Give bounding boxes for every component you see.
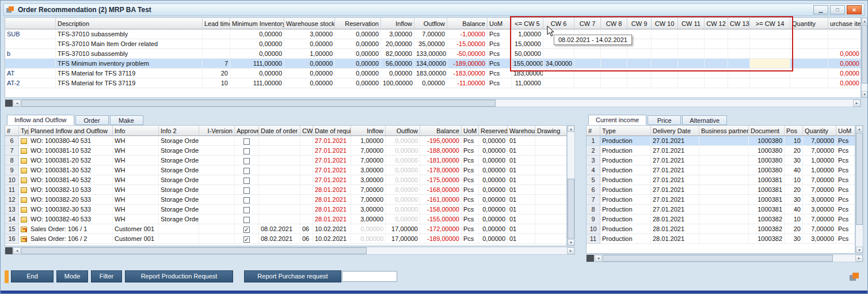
column-header-cw7[interactable]: CW 7	[574, 18, 601, 29]
column-header-inflow[interactable]: Inflow	[351, 126, 386, 136]
scroll-left-button[interactable]: ◂	[13, 100, 21, 107]
table-row[interactable]: 13WO: 1000382-30 533WHStorage Order28.01…	[5, 205, 567, 214]
scroll-right-button[interactable]: ▸	[855, 255, 863, 262]
column-header-balance[interactable]: Balance	[447, 18, 488, 29]
table-row[interactable]: 11WO: 1000382-10 533WHStorage Order28.01…	[5, 185, 567, 195]
approved-checkbox[interactable]	[243, 168, 250, 174]
approved-checkbox-checked[interactable]: ✓	[243, 236, 250, 243]
column-header-outflow[interactable]: Outflow	[386, 126, 420, 136]
column-header-date_of_order[interactable]: Date of order	[259, 126, 300, 136]
column-header-lead_time[interactable]: Lead time	[203, 18, 230, 29]
table-row[interactable]: 4Production27.01.20211000380401,00000Pcs	[587, 165, 855, 175]
mode-button[interactable]: Mode	[56, 270, 88, 282]
approved-checkbox[interactable]	[243, 217, 250, 223]
column-header-icon[interactable]: Typ	[19, 126, 29, 136]
column-header-drawing[interactable]: Drawing	[535, 126, 567, 136]
column-header-date_req[interactable]: Date of requiren	[313, 126, 351, 136]
scroll-right-button[interactable]: ▸	[853, 100, 861, 107]
filter-button[interactable]: Filter	[91, 270, 122, 282]
column-header-num[interactable]: #	[587, 126, 600, 136]
right-table-hscrollbar[interactable]: ◂ ▸	[586, 254, 863, 262]
column-header-partner[interactable]: Business partner	[699, 126, 749, 136]
approved-checkbox-checked[interactable]: ✓	[243, 227, 250, 233]
table-row[interactable]: bTFS-37010 subassembly0,000001,000000,00…	[5, 49, 861, 59]
column-header-cw12[interactable]: CW 12	[705, 18, 728, 29]
approved-checkbox[interactable]	[243, 158, 250, 164]
approved-checkbox[interactable]	[243, 148, 250, 154]
table-row[interactable]: 16Sales Order: 106 / 2Customer 001✓08.02…	[5, 234, 567, 244]
column-header-cw[interactable]: CW	[300, 126, 313, 136]
scroll-right-button[interactable]: ▸	[567, 247, 574, 254]
report-purchase-request-button[interactable]: Report Purchase request	[244, 270, 341, 282]
column-header-quantity[interactable]: Quantity	[803, 126, 836, 136]
table-row[interactable]: 6WO: 1000380-40 531WHStorage Order27.01.…	[5, 136, 567, 146]
table-row[interactable]: TFS Minimum inventory problem7111,000000…	[5, 59, 861, 69]
table-row[interactable]: ATTFS Material for TFS 37119200,000000,0…	[5, 69, 861, 78]
scroll-left-button[interactable]: ◂	[13, 247, 21, 254]
column-header-info[interactable]: Info	[113, 126, 159, 136]
scroll-thumb[interactable]	[862, 25, 867, 84]
table-row[interactable]: 2Production27.01.20211000380207,00000Pcs	[587, 146, 855, 156]
column-header-cw10[interactable]: CW 10	[652, 18, 678, 29]
column-header-type[interactable]: Type	[600, 126, 651, 136]
column-header-cw11[interactable]: CW 11	[678, 18, 705, 29]
top-table-vscrollbar[interactable]: ▴ ▾	[861, 17, 868, 98]
approved-checkbox[interactable]	[243, 138, 250, 145]
table-row[interactable]: 11Production28.01.20211000382303,00000Pc…	[587, 234, 855, 244]
column-header-cw5[interactable]: <= CW 5	[512, 18, 543, 29]
end-button[interactable]: End	[11, 270, 54, 282]
close-button[interactable]: ×	[847, 5, 862, 14]
column-header-cw9[interactable]: CW 9	[627, 18, 652, 29]
scroll-thumb[interactable]	[21, 247, 367, 254]
column-header-item[interactable]	[5, 18, 56, 29]
column-header-cw8[interactable]: CW 8	[601, 18, 627, 29]
scroll-up-button[interactable]: ▴	[568, 126, 574, 132]
column-header-uom[interactable]: UoM	[462, 126, 479, 136]
scroll-down-button[interactable]: ▾	[862, 91, 867, 97]
column-header-min_inventory[interactable]: Minimum Inventory	[230, 18, 284, 29]
scroll-down-button[interactable]: ▾	[568, 239, 574, 246]
column-header-purchase[interactable]: urchase ite	[828, 18, 861, 29]
tab-inflow-and-outflow[interactable]: Inflow and Outflow	[7, 115, 74, 125]
column-header-iversion[interactable]: I-Version	[199, 126, 235, 136]
column-header-reserved[interactable]: Reserved	[479, 126, 508, 136]
tab-alternative[interactable]: Alternative	[682, 115, 727, 125]
column-header-cw13[interactable]: CW 13	[728, 18, 750, 29]
table-row[interactable]: TFS-37010 Main Item Order related0,00000…	[5, 39, 861, 49]
column-header-inflow[interactable]: Inflow	[381, 18, 414, 29]
approved-checkbox[interactable]	[243, 197, 250, 203]
table-row[interactable]: 8Production27.01.20211000381403,00000Pcs	[587, 205, 855, 214]
column-header-uom[interactable]: UoM	[488, 18, 512, 29]
table-row[interactable]: 7WO: 1000381-10 532WHStorage Order27.01.…	[5, 146, 567, 156]
column-header-document[interactable]: Document	[749, 126, 785, 136]
column-header-outflow[interactable]: Outflow	[414, 18, 447, 29]
scroll-up-button[interactable]: ▴	[856, 126, 863, 132]
column-header-num[interactable]: #	[5, 126, 19, 136]
table-row[interactable]: 14WO: 1000382-40 533WHStorage Order28.01…	[5, 214, 567, 224]
column-header-cw14[interactable]: >= CW 14	[750, 18, 790, 29]
approved-checkbox[interactable]	[243, 187, 250, 194]
column-header-planned[interactable]: Planned Inflow and Outflow	[29, 126, 113, 136]
scroll-down-button[interactable]: ▾	[856, 247, 863, 253]
tab-make[interactable]: Make	[110, 115, 143, 125]
table-row[interactable]: 10Production28.01.20211000382207,00000Pc…	[587, 224, 855, 234]
top-table-hscrollbar[interactable]: ◂ ▸	[5, 99, 861, 107]
minimize-button[interactable]: ▁	[813, 5, 828, 14]
right-table-vscrollbar[interactable]: ▴ ▾	[855, 125, 863, 254]
approved-checkbox[interactable]	[243, 207, 250, 213]
tab-price[interactable]: Price	[648, 115, 681, 125]
table-row[interactable]: 3Production27.01.20211000380301,00000Pcs	[587, 156, 855, 165]
column-header-warehouse[interactable]: Warehouse	[508, 126, 535, 136]
column-header-uom[interactable]: UoM	[836, 126, 855, 136]
column-header-warehouse_stock[interactable]: Warehouse stock	[284, 18, 335, 29]
table-row[interactable]: 9Production28.01.20211000382107,00000Pcs	[587, 214, 855, 224]
column-header-delivery[interactable]: Delivery Date	[651, 126, 699, 136]
tab-current-income[interactable]: Current income	[588, 115, 646, 125]
table-row[interactable]: 10WO: 1000381-40 532WHStorage Order27.01…	[5, 175, 567, 185]
table-row[interactable]: 8WO: 1000381-20 532WHStorage Order27.01.…	[5, 156, 567, 165]
scroll-thumb[interactable]	[568, 179, 574, 239]
scroll-up-button[interactable]: ▴	[862, 18, 867, 24]
column-header-info2[interactable]: Info 2	[159, 126, 199, 136]
left-table-hscrollbar[interactable]: ◂ ▸	[5, 247, 575, 255]
column-header-quantity[interactable]: Quantity	[790, 18, 828, 29]
